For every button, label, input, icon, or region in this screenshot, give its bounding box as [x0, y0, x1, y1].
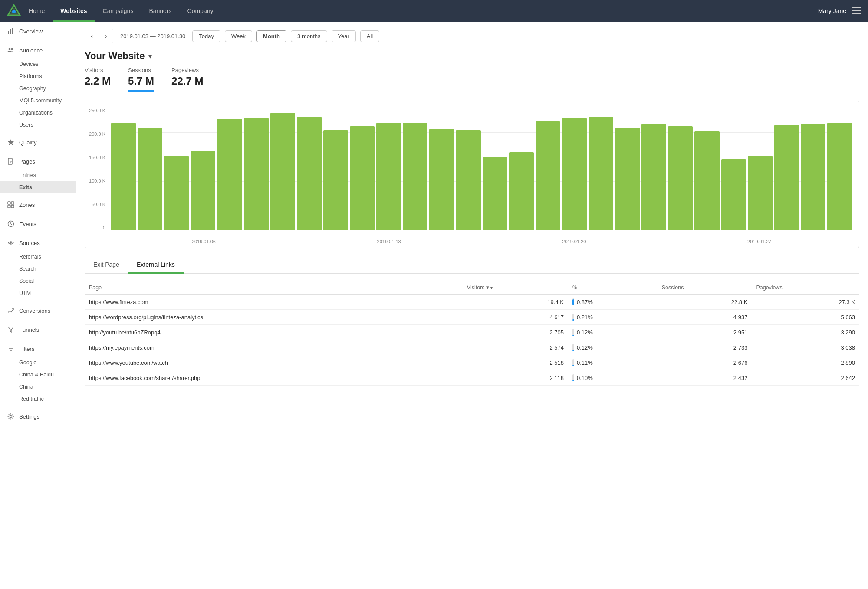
cell-page: https://www.finteza.com: [85, 294, 463, 310]
toolbar: ‹ › 2019.01.03 — 2019.01.30 Today Week M…: [85, 29, 859, 43]
tab-external-links[interactable]: External Links: [128, 257, 184, 274]
sidebar-sub-red-traffic[interactable]: Red traffic: [0, 393, 76, 405]
chart-bar: [668, 126, 693, 230]
sidebar-sub-utm[interactable]: UTM: [0, 287, 76, 299]
sidebar-item-sources-label: Sources: [19, 240, 40, 246]
svg-point-7: [9, 48, 11, 50]
sidebar-item-zones[interactable]: Zones: [0, 197, 76, 213]
sidebar-sub-geography[interactable]: Geography: [0, 82, 76, 95]
visitors-value: 2.2 M: [85, 75, 111, 87]
col-pageviews: Pageviews: [752, 281, 859, 294]
tab-exit-page[interactable]: Exit Page: [85, 257, 128, 274]
cell-sessions: 2 733: [658, 340, 752, 355]
period-today[interactable]: Today: [192, 30, 220, 42]
stat-visitors[interactable]: Visitors 2.2 M: [85, 67, 111, 92]
chart-bar: [111, 123, 136, 230]
chart-bar: [403, 123, 427, 230]
sidebar-section-pages: Pages Entries Exits: [0, 152, 76, 195]
website-dropdown[interactable]: ▾: [148, 52, 152, 60]
sidebar-sub-search[interactable]: Search: [0, 263, 76, 275]
period-3months[interactable]: 3 months: [291, 30, 327, 42]
sidebar-sub-mql5[interactable]: MQL5.community: [0, 95, 76, 107]
sidebar-item-audience[interactable]: Audience: [0, 43, 76, 58]
funnels-icon: [7, 326, 15, 334]
svg-rect-14: [8, 205, 10, 208]
quality-icon: [7, 138, 15, 146]
stat-pageviews[interactable]: Pageviews 22.7 M: [171, 67, 203, 92]
col-sessions: Sessions: [658, 281, 752, 294]
chart-bar: [562, 118, 587, 230]
y-label-4: 50.0 K: [92, 202, 105, 207]
chart-bar: [774, 125, 799, 230]
sidebar-sub-china-baidu[interactable]: China & Baidu: [0, 369, 76, 381]
svg-marker-9: [8, 139, 14, 145]
sidebar-item-filters[interactable]: Filters: [0, 341, 76, 357]
pct-bar: [572, 380, 574, 381]
cell-sessions: 2 676: [658, 355, 752, 370]
nav-company[interactable]: Company: [180, 0, 221, 22]
pct-bar: [572, 299, 574, 305]
tabs-row: Exit Page External Links: [85, 257, 859, 274]
chart-bar: [376, 123, 401, 230]
next-button[interactable]: ›: [99, 29, 113, 43]
period-year[interactable]: Year: [332, 30, 356, 42]
cell-sessions: 22.8 K: [658, 294, 752, 310]
sidebar-sub-social[interactable]: Social: [0, 275, 76, 287]
sidebar-sub-platforms[interactable]: Platforms: [0, 70, 76, 82]
chart-bar: [323, 130, 348, 230]
conversions-icon: [7, 307, 15, 314]
pct-bar-container: [572, 329, 574, 336]
sidebar-item-sources[interactable]: Sources: [0, 235, 76, 251]
menu-icon[interactable]: [852, 6, 861, 16]
table-row: https://www.finteza.com 19.4 K 0.87% 22.…: [85, 294, 859, 310]
sidebar-item-quality[interactable]: Quality: [0, 134, 76, 150]
prev-button[interactable]: ‹: [85, 29, 99, 43]
chart-bar: [270, 113, 295, 230]
sidebar-sub-google[interactable]: Google: [0, 357, 76, 369]
pct-value: 0.87%: [577, 299, 593, 305]
chart-bar: [164, 156, 189, 230]
table-row: http://youtu.be/ntu6pZRopq4 2 705 0.12% …: [85, 325, 859, 340]
sidebar-section-settings: Settings: [0, 407, 76, 426]
chart-bar: [721, 159, 746, 230]
chart-bar: [350, 126, 375, 230]
cell-pageviews: 5 663: [752, 310, 859, 325]
sidebar-section-overview: Overview: [0, 22, 76, 41]
sidebar-sub-devices[interactable]: Devices: [0, 58, 76, 70]
sidebar-sub-users[interactable]: Users: [0, 119, 76, 131]
sidebar-item-pages[interactable]: Pages: [0, 154, 76, 169]
sidebar-item-funnels[interactable]: Funnels: [0, 322, 76, 337]
period-week[interactable]: Week: [225, 30, 252, 42]
nav-websites[interactable]: Websites: [53, 0, 95, 22]
svg-point-2: [12, 10, 16, 13]
pct-bar: [572, 319, 574, 321]
nav-campaigns[interactable]: Campaigns: [95, 0, 141, 22]
sidebar-sub-exits[interactable]: Exits: [0, 181, 76, 193]
y-label-1: 200.0 K: [89, 131, 105, 137]
y-label-5: 0: [103, 225, 105, 230]
main-content: ‹ › 2019.01.03 — 2019.01.30 Today Week M…: [76, 22, 868, 589]
stat-sessions[interactable]: Sessions 5.7 M: [128, 67, 154, 92]
nav-banners[interactable]: Banners: [141, 0, 179, 22]
sessions-label: Sessions: [128, 67, 154, 73]
sidebar-item-events[interactable]: Events: [0, 216, 76, 232]
chart-bar: [536, 121, 560, 230]
col-visitors[interactable]: Visitors ▾: [463, 281, 568, 294]
nav-home[interactable]: Home: [21, 0, 53, 22]
sidebar-item-conversions[interactable]: Conversions: [0, 303, 76, 318]
sidebar-sub-organizations[interactable]: Organizations: [0, 107, 76, 119]
cell-visitors: 19.4 K: [463, 294, 568, 310]
sidebar-sub-china[interactable]: China: [0, 381, 76, 393]
y-label-3: 100.0 K: [89, 178, 105, 183]
sidebar-item-settings[interactable]: Settings: [0, 409, 76, 424]
pct-bar: [572, 365, 574, 366]
sidebar-section-sources: Sources Referrals Search Social UTM: [0, 233, 76, 301]
sidebar-item-overview[interactable]: Overview: [0, 23, 76, 39]
period-month[interactable]: Month: [256, 30, 286, 42]
period-all[interactable]: All: [360, 30, 379, 42]
svg-rect-13: [11, 202, 14, 204]
visitors-label: Visitors: [85, 67, 111, 73]
pageviews-label: Pageviews: [171, 67, 203, 73]
sidebar-sub-entries[interactable]: Entries: [0, 169, 76, 181]
sidebar-sub-referrals[interactable]: Referrals: [0, 251, 76, 263]
